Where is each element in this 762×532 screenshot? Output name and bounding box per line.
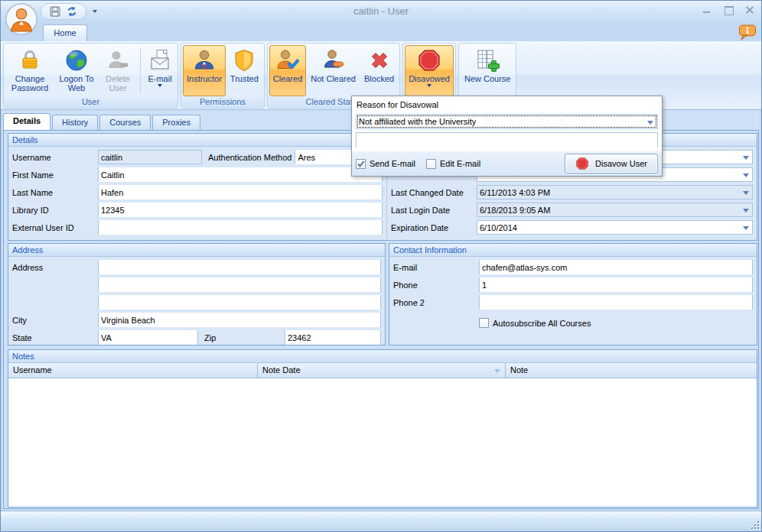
last-name-label: Last Name — [12, 188, 98, 197]
button-label: E-mail — [148, 74, 171, 83]
close-button[interactable] — [744, 5, 755, 15]
button-label: Disavowed — [409, 74, 450, 83]
button-label: Not Cleared — [311, 74, 356, 83]
button-label: Trusted — [230, 74, 259, 83]
lock-icon — [18, 48, 42, 73]
logon-to-web-button[interactable]: Logon To Web — [55, 45, 98, 96]
new-course-button[interactable]: New Course — [461, 45, 515, 96]
button-label: Cleared — [273, 74, 303, 83]
disavowed-toggle-button[interactable]: Disavowed — [405, 45, 454, 96]
last-changed-date-field[interactable]: 6/11/2013 4:03 PM — [477, 185, 753, 200]
maximize-button[interactable] — [723, 5, 734, 15]
address-line1-field[interactable] — [99, 260, 380, 274]
library-id-label: Library ID — [12, 206, 98, 215]
blocked-toggle-button[interactable]: Blocked — [360, 45, 398, 96]
notes-panel: Notes Username Note Date Note — [8, 349, 757, 508]
button-label: Delete User — [103, 74, 133, 92]
checkbox-icon — [426, 159, 436, 169]
send-email-checkbox[interactable]: Send E-mail — [356, 159, 415, 169]
reason-for-disavowal-popup: Reason for Disavowal Not affiliated with… — [351, 96, 663, 177]
ribbon-group-permissions: Instructor Trusted Permissions — [181, 43, 265, 109]
username-field[interactable] — [99, 150, 201, 164]
popup-title: Reason for Disavowal — [352, 96, 662, 109]
ribbon-group-user: Change Password Logon To Web Delete User — [3, 43, 178, 109]
popup-footer: Send E-mail Edit E-mail Disavow User — [352, 151, 662, 176]
auth-method-label: Authentication Method — [202, 153, 295, 162]
notes-table-header: Username Note Date Note — [8, 363, 757, 378]
column-header-note[interactable]: Note — [506, 363, 757, 378]
contact-information-panel: Contact Information E-mail Phone Phone 2… — [389, 243, 757, 345]
delete-user-icon — [106, 48, 130, 73]
email-button[interactable]: E-mail — [144, 45, 176, 96]
notes-table-body[interactable] — [8, 378, 757, 507]
tab-home[interactable]: Home — [43, 24, 87, 41]
edit-email-checkbox[interactable]: Edit E-mail — [426, 159, 480, 169]
disavow-user-button[interactable]: Disavow User — [565, 154, 658, 174]
chevron-down-icon — [743, 191, 749, 195]
column-header-username[interactable]: Username — [8, 363, 258, 378]
contact-panel-header: Contact Information — [389, 244, 757, 257]
group-label-user: User — [4, 96, 177, 108]
change-password-button[interactable]: Change Password — [5, 45, 54, 96]
cleared-toggle-button[interactable]: Cleared — [269, 45, 307, 96]
not-cleared-toggle-button[interactable]: Not Cleared — [307, 45, 360, 96]
library-id-field[interactable] — [99, 203, 382, 217]
resize-grip[interactable] — [750, 520, 759, 529]
state-label: State — [12, 333, 98, 342]
chevron-down-icon — [743, 209, 749, 212]
disavowal-comment-input[interactable] — [357, 133, 657, 148]
last-changed-date-label: Last Changed Date — [391, 188, 477, 197]
window-title: caitlin - User — [1, 5, 761, 17]
help-info-icon[interactable] — [738, 24, 757, 42]
tab-details[interactable]: Details — [3, 113, 50, 130]
column-header-note-date[interactable]: Note Date — [258, 363, 506, 378]
chevron-down-icon — [743, 156, 749, 160]
minimize-button[interactable] — [702, 5, 712, 15]
chevron-down-icon — [743, 226, 749, 230]
disavow-user-label: Disavow User — [595, 159, 647, 168]
user-minus-icon — [321, 48, 346, 73]
chevron-down-icon — [743, 174, 749, 177]
address-line3-field[interactable] — [99, 295, 380, 310]
phone-label: Phone — [393, 281, 479, 290]
title-bar: caitlin - User — [1, 1, 761, 22]
send-email-label: Send E-mail — [370, 159, 415, 168]
email-dropdown-arrow-icon — [158, 84, 162, 87]
external-user-id-field[interactable] — [99, 220, 382, 235]
city-field[interactable] — [99, 313, 380, 327]
red-x-icon — [367, 48, 392, 73]
button-label: Blocked — [364, 74, 394, 83]
delete-user-button[interactable]: Delete User — [99, 45, 137, 96]
phone2-field[interactable] — [480, 295, 752, 310]
first-name-field[interactable] — [99, 167, 382, 182]
trusted-toggle-button[interactable]: Trusted — [226, 45, 262, 96]
email-field[interactable] — [480, 260, 752, 274]
tab-history[interactable]: History — [52, 115, 98, 130]
globe-icon — [64, 48, 89, 73]
instructor-toggle-button[interactable]: Instructor — [183, 45, 226, 96]
last-login-date-field[interactable]: 6/18/2013 9:05 AM — [477, 203, 753, 217]
stop-icon — [575, 157, 589, 170]
app-window: caitlin - User Home — [0, 0, 762, 532]
expiration-date-field[interactable]: 6/10/2014 — [477, 220, 753, 235]
first-name-label: First Name — [12, 170, 98, 180]
disavowal-reason-combobox[interactable]: Not affiliated with the University — [356, 114, 658, 129]
tab-proxies[interactable]: Proxies — [152, 115, 200, 130]
application-menu-button[interactable] — [5, 2, 38, 36]
zip-field[interactable] — [285, 330, 380, 345]
autosubscribe-checkbox[interactable]: Autosubscribe All Courses — [479, 318, 591, 328]
address-line2-field[interactable] — [99, 277, 380, 292]
disavowed-dropdown-arrow-icon — [427, 84, 431, 87]
state-field[interactable] — [99, 330, 197, 345]
tab-courses[interactable]: Courses — [99, 115, 151, 130]
email-label: E-mail — [393, 263, 479, 272]
email-icon — [148, 48, 172, 73]
phone-field[interactable] — [480, 277, 752, 292]
stop-icon — [417, 48, 441, 73]
sort-descending-icon — [494, 369, 500, 373]
group-divider — [140, 47, 141, 94]
details-tab-page: Details Username Authentication Method F… — [3, 130, 759, 509]
last-name-field[interactable] — [99, 185, 382, 200]
user-avatar-icon — [5, 2, 38, 36]
button-label: New Course — [464, 74, 511, 83]
